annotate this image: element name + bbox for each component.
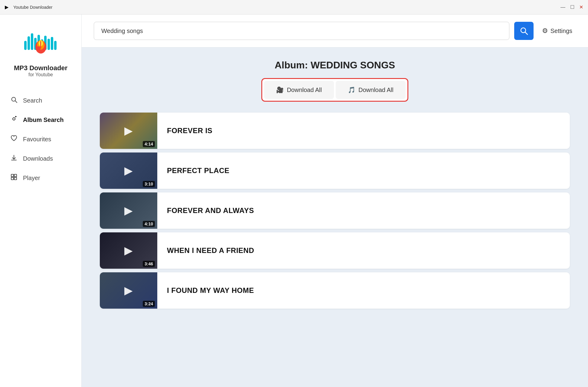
nav-icon-search (10, 96, 18, 105)
svg-rect-9 (54, 41, 57, 50)
app-body: MP3 Downloader for Youtube Search Album … (0, 15, 588, 387)
nav-icon-favourites (10, 135, 18, 143)
download-all-group: 🎥 Download All 🎵 Download All (100, 78, 570, 102)
download-all-box: 🎥 Download All 🎵 Download All (261, 78, 408, 102)
song-item: ▶ 4:10 FOREVER AND ALWAYS (100, 192, 570, 229)
song-title: FOREVER IS (157, 126, 570, 135)
sidebar-item-player[interactable]: Player (0, 168, 81, 188)
logo-container: MP3 Downloader for Youtube (14, 24, 67, 77)
window-controls: — ☐ ✕ (560, 5, 583, 10)
app-icon: ▶ (5, 4, 11, 10)
svg-rect-2 (31, 33, 33, 50)
song-list: ▶ 4:14 FOREVER IS ▶ 3:10 PERFECT PLACE ▶… (100, 113, 570, 309)
search-button[interactable] (514, 22, 534, 40)
svg-rect-23 (11, 177, 14, 180)
maximize-button[interactable]: ☐ (570, 5, 574, 10)
album-section: Album: WEDDING SONGS 🎥 Download All 🎵 Do… (82, 48, 588, 387)
download-all-audio-button[interactable]: 🎵 Download All (336, 81, 406, 99)
song-thumb[interactable]: ▶ 3:10 (100, 153, 157, 189)
song-thumb[interactable]: ▶ 3:46 (100, 232, 157, 269)
nav-label-favourites: Favourites (23, 136, 51, 143)
svg-line-26 (525, 32, 528, 34)
settings-button[interactable]: ⚙ Settings (538, 25, 576, 37)
svg-point-13 (36, 46, 41, 51)
song-title: FOREVER AND ALWAYS (157, 206, 570, 215)
sidebar-item-search[interactable]: Search (0, 91, 81, 110)
duration-badge: 3:46 (143, 261, 155, 267)
search-icon (520, 27, 528, 35)
minimize-button[interactable]: — (560, 5, 565, 10)
nav-icon-player (10, 174, 18, 182)
sidebar-item-downloads[interactable]: Downloads (0, 149, 81, 168)
download-all-video-button[interactable]: 🎥 Download All (264, 81, 334, 99)
nav-label-search: Search (23, 97, 42, 104)
song-item: ▶ 3:10 PERFECT PLACE (100, 153, 570, 189)
play-icon: ▶ (124, 204, 133, 217)
download-all-video-label: Download All (287, 87, 322, 93)
play-icon: ▶ (124, 164, 133, 177)
search-input-wrap (94, 22, 509, 40)
svg-rect-22 (14, 174, 17, 177)
play-icon: ▶ (124, 124, 133, 137)
audio-icon: 🎵 (348, 86, 355, 93)
titlebar: ▶ Youtube Downloader — ☐ ✕ (0, 0, 588, 15)
titlebar-left: ▶ Youtube Downloader (5, 4, 52, 10)
album-title: Album: WEDDING SONGS (100, 60, 570, 71)
play-icon: ▶ (124, 244, 133, 257)
nav-label-downloads: Downloads (23, 155, 53, 162)
sidebar-item-favourites[interactable]: Favourites (0, 130, 81, 149)
main-content: ⚙ Settings Album: WEDDING SONGS 🎥 Downlo… (82, 15, 588, 387)
duration-badge: 4:10 (143, 221, 155, 227)
duration-badge: 4:14 (143, 141, 155, 147)
video-icon: 🎥 (276, 86, 284, 93)
download-all-audio-label: Download All (358, 87, 394, 93)
song-item: ▶ 4:14 FOREVER IS (100, 113, 570, 149)
svg-rect-1 (28, 36, 30, 50)
settings-label: Settings (550, 28, 572, 34)
song-thumb[interactable]: ▶ 4:10 (100, 192, 157, 229)
song-thumb[interactable]: ▶ 3:24 (100, 272, 157, 309)
duration-badge: 3:10 (143, 181, 155, 187)
titlebar-title: Youtube Downloader (13, 5, 52, 10)
svg-rect-21 (11, 174, 14, 177)
svg-rect-7 (47, 39, 50, 50)
sidebar-item-album-search[interactable]: Album Search (0, 110, 81, 130)
nav-label-player: Player (23, 175, 40, 182)
duration-badge: 3:24 (143, 301, 155, 307)
nav-icon-album-search (10, 116, 18, 124)
song-title: WHEN I NEED A FRIEND (157, 246, 570, 255)
svg-rect-14 (40, 41, 41, 48)
song-title: PERFECT PLACE (157, 166, 570, 175)
nav-icon-downloads (10, 154, 18, 163)
svg-rect-8 (51, 37, 53, 50)
app-logo (23, 24, 59, 61)
svg-point-17 (13, 118, 15, 120)
song-thumb[interactable]: ▶ 4:14 (100, 113, 157, 149)
play-icon: ▶ (124, 284, 133, 297)
nav-menu: Search Album Search Favourites Downloads… (0, 88, 81, 190)
svg-line-16 (15, 101, 17, 103)
sidebar: MP3 Downloader for Youtube Search Album … (0, 15, 82, 387)
svg-rect-24 (14, 177, 17, 180)
nav-label-album-search: Album Search (23, 116, 64, 123)
song-item: ▶ 3:24 I FOUND MY WAY HOME (100, 272, 570, 309)
gear-icon: ⚙ (542, 27, 548, 35)
app-subtitle: for Youtube (28, 72, 53, 77)
song-title: I FOUND MY WAY HOME (157, 286, 570, 295)
app-name: MP3 Downloader (14, 64, 67, 72)
svg-rect-0 (24, 41, 27, 50)
search-input[interactable] (94, 22, 509, 40)
search-bar-area: ⚙ Settings (82, 15, 588, 48)
song-item: ▶ 3:46 WHEN I NEED A FRIEND (100, 232, 570, 269)
close-button[interactable]: ✕ (579, 5, 583, 10)
